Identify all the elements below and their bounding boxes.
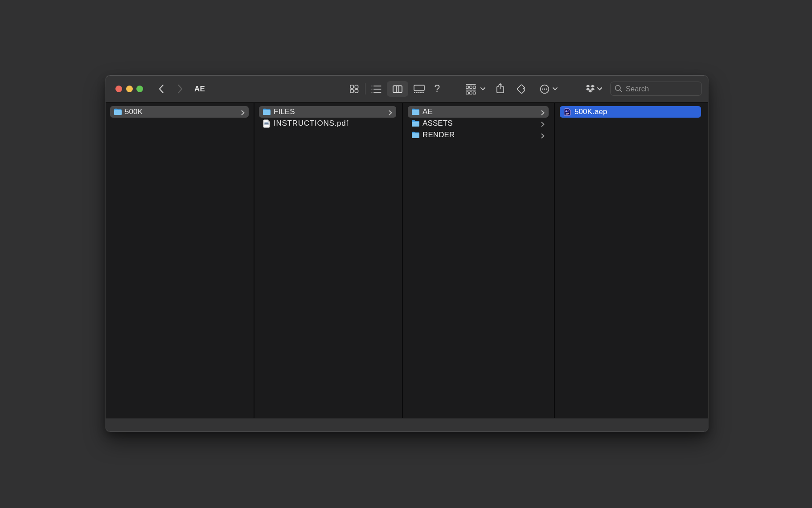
svg-text:Ae: Ae [565,109,570,113]
svg-text:AEP: AEP [566,113,569,115]
